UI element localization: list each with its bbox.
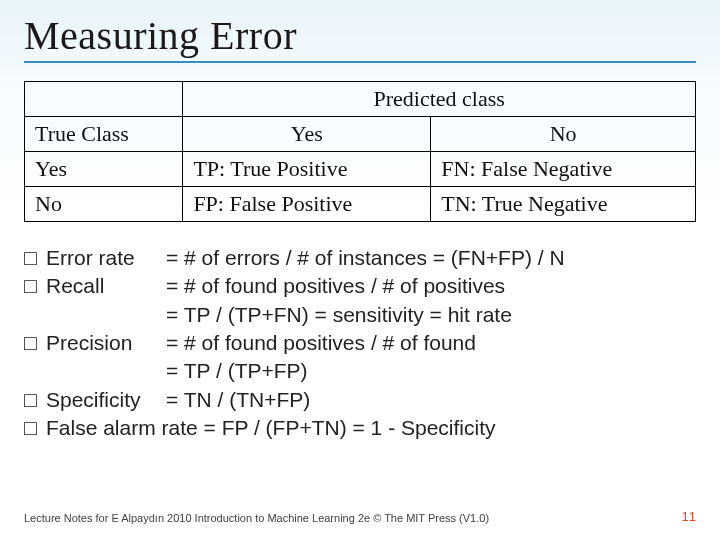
definition-line: □Error rate= # of errors / # of instance… bbox=[24, 244, 696, 272]
table-row: Yes TP: True Positive FN: False Negative bbox=[25, 152, 696, 187]
def-precision-2: = TP / (TP+FP) bbox=[166, 357, 308, 385]
definition-line: □False alarm rate = FP / (FP+TN) = 1 - S… bbox=[24, 414, 696, 442]
bullet-spacer bbox=[24, 301, 46, 329]
definition-line: = TP / (TP+FP) bbox=[24, 357, 696, 385]
def-specificity: = TN / (TN+FP) bbox=[166, 386, 310, 414]
cell-fn: FN: False Negative bbox=[431, 152, 696, 187]
cell-tn: TN: True Negative bbox=[431, 187, 696, 222]
bullet-icon: □ bbox=[24, 329, 46, 357]
term-recall: Recall bbox=[46, 272, 166, 300]
term-spacer bbox=[46, 301, 166, 329]
predicted-class-header: Predicted class bbox=[183, 82, 696, 117]
bullet-spacer bbox=[24, 357, 46, 385]
table-row: True Class Yes No bbox=[25, 117, 696, 152]
bullet-icon: □ bbox=[24, 272, 46, 300]
def-false-alarm: False alarm rate = FP / (FP+TN) = 1 - Sp… bbox=[46, 414, 496, 442]
definition-line: □Recall= # of found positives / # of pos… bbox=[24, 272, 696, 300]
def-precision-1: = # of found positives / # of found bbox=[166, 329, 476, 357]
definitions-block: □Error rate= # of errors / # of instance… bbox=[24, 244, 696, 442]
table-row: No FP: False Positive TN: True Negative bbox=[25, 187, 696, 222]
footer-citation: Lecture Notes for E Alpaydın 2010 Introd… bbox=[24, 512, 489, 524]
page-number: 11 bbox=[682, 509, 696, 524]
slide: Measuring Error Predicted class True Cla… bbox=[0, 0, 720, 540]
bullet-icon: □ bbox=[24, 244, 46, 272]
row-no-label: No bbox=[25, 187, 183, 222]
confusion-matrix: Predicted class True Class Yes No Yes TP… bbox=[24, 81, 696, 222]
empty-cell bbox=[25, 82, 183, 117]
slide-title: Measuring Error bbox=[24, 12, 696, 63]
bullet-icon: □ bbox=[24, 386, 46, 414]
table-row: Predicted class bbox=[25, 82, 696, 117]
cell-fp: FP: False Positive bbox=[183, 187, 431, 222]
definition-line: □Precision= # of found positives / # of … bbox=[24, 329, 696, 357]
def-error-rate: = # of errors / # of instances = (FN+FP)… bbox=[166, 244, 565, 272]
def-recall-2: = TP / (TP+FN) = sensitivity = hit rate bbox=[166, 301, 512, 329]
cell-tp: TP: True Positive bbox=[183, 152, 431, 187]
term-spacer bbox=[46, 357, 166, 385]
term-precision: Precision bbox=[46, 329, 166, 357]
bullet-icon: □ bbox=[24, 414, 46, 442]
true-class-header: True Class bbox=[25, 117, 183, 152]
def-recall-1: = # of found positives / # of positives bbox=[166, 272, 505, 300]
col-yes-header: Yes bbox=[183, 117, 431, 152]
term-error-rate: Error rate bbox=[46, 244, 166, 272]
col-no-header: No bbox=[431, 117, 696, 152]
row-yes-label: Yes bbox=[25, 152, 183, 187]
term-specificity: Specificity bbox=[46, 386, 166, 414]
definition-line: = TP / (TP+FN) = sensitivity = hit rate bbox=[24, 301, 696, 329]
definition-line: □Specificity= TN / (TN+FP) bbox=[24, 386, 696, 414]
